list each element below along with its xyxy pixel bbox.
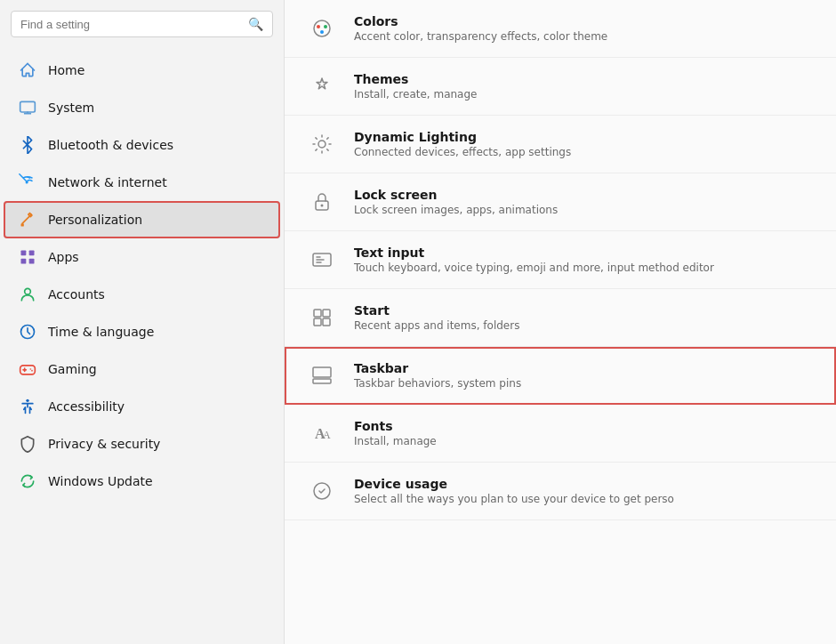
settings-item-title-text-input: Text input	[354, 246, 714, 260]
svg-rect-5	[29, 259, 35, 264]
sidebar-item-update[interactable]: Windows Update	[4, 463, 280, 500]
svg-point-11	[26, 399, 28, 402]
settings-item-desc-device-usage: Select all the ways you plan to use your…	[354, 493, 674, 505]
home-icon	[18, 60, 37, 80]
themes-icon	[306, 70, 338, 102]
svg-rect-20	[314, 310, 321, 317]
dynamic-lighting-icon	[306, 128, 338, 160]
settings-item-text-colors: ColorsAccent color, transparency effects…	[354, 14, 607, 43]
svg-point-12	[314, 20, 330, 36]
settings-item-text-taskbar: TaskbarTaskbar behaviors, system pins	[354, 361, 521, 390]
privacy-icon	[18, 434, 37, 454]
sidebar-item-label-privacy: Privacy & security	[48, 437, 160, 451]
bluetooth-icon	[18, 135, 37, 155]
accessibility-icon	[18, 397, 37, 416]
settings-item-fonts[interactable]: AAFontsInstall, manage	[285, 405, 836, 463]
sidebar-item-label-bluetooth: Bluetooth & devices	[48, 138, 173, 152]
settings-item-title-dynamic-lighting: Dynamic Lighting	[354, 130, 571, 144]
sidebar-item-label-time: Time & language	[48, 325, 154, 339]
settings-item-start[interactable]: StartRecent apps and items, folders	[285, 289, 836, 347]
sidebar-item-label-apps: Apps	[48, 250, 79, 264]
settings-item-device-usage[interactable]: Device usageSelect all the ways you plan…	[285, 463, 836, 520]
svg-rect-25	[313, 367, 331, 377]
sidebar-item-gaming[interactable]: Gaming	[4, 350, 280, 388]
settings-item-desc-taskbar: Taskbar behaviors, system pins	[354, 377, 521, 390]
svg-rect-0	[20, 101, 36, 112]
sidebar-item-network[interactable]: Network & internet	[4, 164, 280, 201]
settings-item-themes[interactable]: ThemesInstall, create, manage	[285, 58, 836, 116]
taskbar-icon	[306, 359, 338, 391]
settings-item-desc-themes: Install, create, manage	[354, 88, 477, 101]
svg-point-14	[324, 25, 327, 28]
sidebar: 🔍 HomeSystemBluetooth & devicesNetwork &…	[0, 0, 285, 644]
device-usage-icon	[306, 475, 338, 507]
settings-item-title-themes: Themes	[354, 72, 477, 86]
settings-list: ColorsAccent color, transparency effects…	[285, 0, 836, 520]
settings-item-title-taskbar: Taskbar	[354, 361, 521, 375]
settings-item-desc-fonts: Install, manage	[354, 435, 437, 447]
settings-item-desc-colors: Accent color, transparency effects, colo…	[354, 30, 607, 43]
settings-item-title-start: Start	[354, 303, 519, 318]
sidebar-item-system[interactable]: System	[4, 89, 280, 126]
sidebar-item-label-system: System	[48, 101, 94, 115]
system-icon	[18, 98, 37, 117]
text-input-icon	[306, 244, 338, 276]
svg-point-9	[30, 368, 32, 370]
svg-point-10	[31, 370, 33, 372]
update-icon	[18, 471, 37, 491]
svg-text:A: A	[323, 429, 331, 441]
svg-point-6	[25, 288, 31, 294]
sidebar-item-apps[interactable]: Apps	[4, 238, 280, 276]
sidebar-item-time[interactable]: Time & language	[4, 313, 280, 350]
lock-screen-icon	[306, 186, 338, 218]
settings-item-taskbar[interactable]: TaskbarTaskbar behaviors, system pins	[285, 347, 836, 405]
settings-item-colors[interactable]: ColorsAccent color, transparency effects…	[285, 0, 836, 58]
svg-rect-21	[323, 310, 330, 317]
search-box[interactable]: 🔍	[11, 11, 273, 37]
settings-item-text-device-usage: Device usageSelect all the ways you plan…	[354, 477, 674, 505]
svg-rect-22	[314, 318, 321, 326]
fonts-icon: AA	[306, 417, 338, 449]
sidebar-item-bluetooth[interactable]: Bluetooth & devices	[4, 126, 280, 164]
settings-item-text-dynamic-lighting: Dynamic LightingConnected devices, effec…	[354, 130, 571, 158]
main-content: ColorsAccent color, transparency effects…	[285, 0, 836, 644]
sidebar-item-label-home: Home	[48, 63, 84, 77]
settings-item-text-start: StartRecent apps and items, folders	[354, 303, 519, 332]
sidebar-item-label-accounts: Accounts	[48, 287, 105, 302]
personalization-icon	[18, 210, 37, 229]
sidebar-item-home[interactable]: Home	[4, 52, 280, 89]
search-input[interactable]	[20, 18, 248, 31]
sidebar-item-label-gaming: Gaming	[48, 362, 97, 376]
apps-icon	[18, 247, 37, 267]
time-icon	[18, 322, 37, 342]
svg-rect-4	[21, 259, 27, 264]
settings-item-lock-screen[interactable]: Lock screenLock screen images, apps, ani…	[285, 173, 836, 231]
colors-icon	[306, 12, 338, 44]
settings-item-text-input[interactable]: Text inputTouch keyboard, voice typing, …	[285, 231, 836, 289]
svg-rect-23	[323, 318, 330, 326]
accounts-icon	[18, 285, 37, 304]
settings-item-desc-lock-screen: Lock screen images, apps, animations	[354, 204, 558, 216]
settings-item-dynamic-lighting[interactable]: Dynamic LightingConnected devices, effec…	[285, 116, 836, 173]
svg-rect-2	[21, 251, 27, 256]
sidebar-item-label-accessibility: Accessibility	[48, 399, 125, 414]
sidebar-item-accounts[interactable]: Accounts	[4, 276, 280, 313]
settings-item-title-lock-screen: Lock screen	[354, 188, 558, 202]
settings-item-title-colors: Colors	[354, 14, 607, 28]
settings-item-text-themes: ThemesInstall, create, manage	[354, 72, 477, 101]
svg-point-16	[318, 141, 326, 148]
settings-item-title-fonts: Fonts	[354, 419, 437, 433]
sidebar-item-label-network: Network & internet	[48, 175, 167, 189]
sidebar-item-accessibility[interactable]: Accessibility	[4, 388, 280, 425]
settings-item-text-text-input: Text inputTouch keyboard, voice typing, …	[354, 246, 714, 274]
sidebar-item-privacy[interactable]: Privacy & security	[4, 425, 280, 463]
settings-item-title-device-usage: Device usage	[354, 477, 674, 491]
settings-item-desc-text-input: Touch keyboard, voice typing, emoji and …	[354, 262, 714, 274]
svg-point-18	[321, 205, 324, 207]
sidebar-item-personalization[interactable]: Personalization	[4, 201, 280, 238]
svg-rect-24	[313, 379, 331, 383]
settings-item-desc-start: Recent apps and items, folders	[354, 319, 519, 332]
svg-point-13	[317, 25, 320, 28]
settings-item-text-fonts: FontsInstall, manage	[354, 419, 437, 447]
svg-rect-8	[20, 366, 36, 374]
